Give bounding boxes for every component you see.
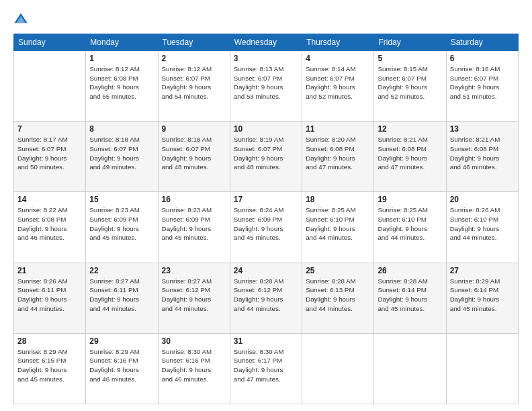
day-number: 16 [162,195,226,204]
calendar-cell: 27Sunrise: 8:29 AM Sunset: 6:14 PM Dayli… [446,263,518,333]
day-info: Sunrise: 8:29 AM Sunset: 6:14 PM Dayligh… [450,277,515,314]
calendar-cell: 23Sunrise: 8:27 AM Sunset: 6:12 PM Dayli… [158,263,230,333]
day-info: Sunrise: 8:18 AM Sunset: 6:07 PM Dayligh… [162,135,226,172]
column-header-sunday: Sunday [14,34,86,51]
calendar-cell: 28Sunrise: 8:29 AM Sunset: 6:15 PM Dayli… [14,333,86,404]
calendar-cell: 21Sunrise: 8:26 AM Sunset: 6:11 PM Dayli… [14,263,86,333]
day-info: Sunrise: 8:28 AM Sunset: 6:14 PM Dayligh… [378,277,442,314]
calendar-cell: 17Sunrise: 8:24 AM Sunset: 6:09 PM Dayli… [230,192,302,263]
calendar-week-1: 1Sunrise: 8:12 AM Sunset: 6:08 PM Daylig… [14,51,519,122]
calendar-cell: 20Sunrise: 8:26 AM Sunset: 6:10 PM Dayli… [446,192,518,263]
logo-icon [13,12,28,27]
day-info: Sunrise: 8:19 AM Sunset: 6:07 PM Dayligh… [234,135,298,172]
calendar-cell: 9Sunrise: 8:18 AM Sunset: 6:07 PM Daylig… [158,122,230,192]
calendar-week-3: 14Sunrise: 8:22 AM Sunset: 6:08 PM Dayli… [14,192,519,263]
day-number: 21 [17,266,82,275]
day-number: 15 [89,195,154,204]
day-number: 4 [306,54,370,63]
calendar-cell: 7Sunrise: 8:17 AM Sunset: 6:07 PM Daylig… [14,122,86,192]
day-number: 18 [306,195,370,204]
calendar-week-2: 7Sunrise: 8:17 AM Sunset: 6:07 PM Daylig… [14,122,519,192]
calendar-cell: 13Sunrise: 8:21 AM Sunset: 6:08 PM Dayli… [446,122,518,192]
day-info: Sunrise: 8:20 AM Sunset: 6:08 PM Dayligh… [306,135,370,172]
calendar-cell [446,333,518,404]
column-header-wednesday: Wednesday [230,34,302,51]
calendar-cell: 14Sunrise: 8:22 AM Sunset: 6:08 PM Dayli… [14,192,86,263]
day-info: Sunrise: 8:27 AM Sunset: 6:12 PM Dayligh… [162,277,226,314]
calendar-cell: 29Sunrise: 8:29 AM Sunset: 6:16 PM Dayli… [86,333,158,404]
calendar-cell: 15Sunrise: 8:23 AM Sunset: 6:09 PM Dayli… [86,192,158,263]
calendar-cell: 3Sunrise: 8:13 AM Sunset: 6:07 PM Daylig… [230,51,302,122]
logo [13,12,31,27]
day-number: 12 [378,124,442,134]
calendar-cell: 30Sunrise: 8:30 AM Sunset: 6:16 PM Dayli… [158,333,230,404]
day-number: 20 [450,195,515,204]
day-number: 13 [450,124,515,134]
calendar-cell: 4Sunrise: 8:14 AM Sunset: 6:07 PM Daylig… [302,51,374,122]
day-info: Sunrise: 8:23 AM Sunset: 6:09 PM Dayligh… [89,205,154,242]
day-number: 27 [450,266,515,275]
calendar-cell [302,333,374,404]
column-header-friday: Friday [374,34,446,51]
day-info: Sunrise: 8:22 AM Sunset: 6:08 PM Dayligh… [17,205,82,242]
calendar-cell: 8Sunrise: 8:18 AM Sunset: 6:07 PM Daylig… [86,122,158,192]
day-number: 26 [378,266,442,275]
day-info: Sunrise: 8:29 AM Sunset: 6:15 PM Dayligh… [17,347,82,384]
day-number: 29 [89,336,154,346]
calendar-header-row: SundayMondayTuesdayWednesdayThursdayFrid… [14,34,519,51]
day-number: 23 [162,266,226,275]
column-header-monday: Monday [86,34,158,51]
day-info: Sunrise: 8:29 AM Sunset: 6:16 PM Dayligh… [89,347,154,384]
calendar-week-4: 21Sunrise: 8:26 AM Sunset: 6:11 PM Dayli… [14,263,519,333]
calendar-cell: 19Sunrise: 8:25 AM Sunset: 6:10 PM Dayli… [374,192,446,263]
calendar-cell: 24Sunrise: 8:28 AM Sunset: 6:12 PM Dayli… [230,263,302,333]
calendar-cell: 10Sunrise: 8:19 AM Sunset: 6:07 PM Dayli… [230,122,302,192]
day-number: 14 [17,195,82,204]
calendar-cell: 1Sunrise: 8:12 AM Sunset: 6:08 PM Daylig… [86,51,158,122]
day-info: Sunrise: 8:25 AM Sunset: 6:10 PM Dayligh… [378,205,442,242]
day-number: 24 [234,266,298,275]
day-info: Sunrise: 8:28 AM Sunset: 6:13 PM Dayligh… [306,277,370,314]
day-number: 19 [378,195,442,204]
day-number: 10 [234,124,298,134]
day-info: Sunrise: 8:21 AM Sunset: 6:08 PM Dayligh… [378,135,442,172]
day-info: Sunrise: 8:15 AM Sunset: 6:07 PM Dayligh… [378,64,442,101]
header [13,12,519,27]
column-header-tuesday: Tuesday [158,34,230,51]
day-number: 1 [89,54,154,63]
calendar-cell [374,333,446,404]
day-info: Sunrise: 8:13 AM Sunset: 6:07 PM Dayligh… [234,64,298,101]
day-number: 2 [162,54,226,63]
day-number: 28 [17,336,82,346]
day-info: Sunrise: 8:17 AM Sunset: 6:07 PM Dayligh… [17,135,82,172]
day-number: 9 [162,124,226,134]
calendar-cell: 12Sunrise: 8:21 AM Sunset: 6:08 PM Dayli… [374,122,446,192]
day-number: 8 [89,124,154,134]
calendar-cell: 2Sunrise: 8:12 AM Sunset: 6:07 PM Daylig… [158,51,230,122]
day-info: Sunrise: 8:26 AM Sunset: 6:10 PM Dayligh… [450,205,515,242]
day-number: 7 [17,124,82,134]
day-info: Sunrise: 8:24 AM Sunset: 6:09 PM Dayligh… [234,205,298,242]
day-info: Sunrise: 8:30 AM Sunset: 6:16 PM Dayligh… [162,347,226,384]
day-number: 25 [306,266,370,275]
day-number: 6 [450,54,515,63]
calendar-cell: 18Sunrise: 8:25 AM Sunset: 6:10 PM Dayli… [302,192,374,263]
day-number: 31 [234,336,298,346]
day-info: Sunrise: 8:12 AM Sunset: 6:07 PM Dayligh… [162,64,226,101]
calendar-cell: 16Sunrise: 8:23 AM Sunset: 6:09 PM Dayli… [158,192,230,263]
calendar-cell: 25Sunrise: 8:28 AM Sunset: 6:13 PM Dayli… [302,263,374,333]
column-header-thursday: Thursday [302,34,374,51]
day-info: Sunrise: 8:23 AM Sunset: 6:09 PM Dayligh… [162,205,226,242]
day-number: 11 [306,124,370,134]
column-header-saturday: Saturday [446,34,518,51]
day-info: Sunrise: 8:27 AM Sunset: 6:11 PM Dayligh… [89,277,154,314]
page: SundayMondayTuesdayWednesdayThursdayFrid… [0,0,532,411]
calendar-cell: 26Sunrise: 8:28 AM Sunset: 6:14 PM Dayli… [374,263,446,333]
calendar-body: 1Sunrise: 8:12 AM Sunset: 6:08 PM Daylig… [14,51,519,404]
day-info: Sunrise: 8:28 AM Sunset: 6:12 PM Dayligh… [234,277,298,314]
day-info: Sunrise: 8:25 AM Sunset: 6:10 PM Dayligh… [306,205,370,242]
day-info: Sunrise: 8:14 AM Sunset: 6:07 PM Dayligh… [306,64,370,101]
calendar-cell: 31Sunrise: 8:30 AM Sunset: 6:17 PM Dayli… [230,333,302,404]
calendar-cell [14,51,86,122]
day-number: 30 [162,336,226,346]
